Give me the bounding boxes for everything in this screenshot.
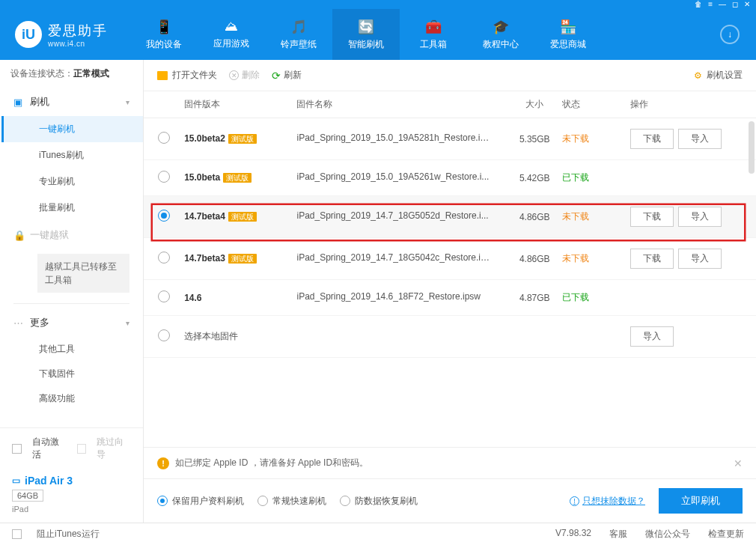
download-button[interactable]: 下载 [630,129,674,149]
col-version: 固件版本 [184,91,296,118]
warning-icon: ! [157,457,169,469]
import-button[interactable]: 导入 [678,249,722,269]
chevron-down-icon: ▾ [126,319,129,327]
maximize-icon[interactable]: ◻ [732,0,738,9]
download-button[interactable]: 下载 [630,249,674,269]
nav-2[interactable]: 🎵铃声壁纸 [265,9,332,60]
sidebar-item-batch[interactable]: 批量刷机 [1,195,143,221]
erase-data-link[interactable]: !只想抹除数据？ [570,495,645,508]
row-radio[interactable] [158,210,170,222]
row-radio[interactable] [158,132,170,144]
minimize-icon[interactable]: — [719,0,726,9]
download-ring-icon[interactable]: ↓ [720,25,740,44]
close-icon[interactable]: ✕ [744,0,750,9]
firmware-name: iPad_Spring_2019_15.0_19A5261w_Restore.i… [296,171,489,182]
device-name: iPad Air 3 [25,475,73,487]
nav-icon: ⛰ [225,19,238,34]
opt-quick[interactable]: 常规快速刷机 [257,495,326,508]
auto-activate-checkbox[interactable] [12,444,22,454]
sidebar-hdr-more[interactable]: ⋯ 更多 ▾ [0,308,143,337]
notice-close-icon[interactable]: ✕ [734,457,743,469]
brand-zh: 爱思助手 [48,22,108,40]
nav-icon: 🔄 [358,19,374,35]
chevron-down-icon: ▾ [126,98,129,106]
nav-1[interactable]: ⛰应用游戏 [198,9,265,60]
vertical-scrollbar[interactable] [749,121,755,174]
firmware-row[interactable]: 15.0beta2测试版iPad_Spring_2019_15.0_19A528… [144,118,756,160]
import-button[interactable]: 导入 [678,129,722,149]
apple-id-notice: ! 如已绑定 Apple ID ，请准备好 Apple ID和密码。 ✕ [144,447,756,478]
firmware-name: iPad_Spring_2019_15.0_19A5281h_Restore.i… [296,133,491,143]
opt-keep-data[interactable]: 保留用户资料刷机 [157,495,244,508]
flash-now-button[interactable]: 立即刷机 [659,488,743,514]
sidebar-hdr-flash[interactable]: ▣ 刷机 ▾ [0,88,143,116]
refresh-icon: ⟳ [272,70,281,82]
flash-settings-button[interactable]: ⚙刷机设置 [694,69,743,82]
open-folder-button[interactable]: 打开文件夹 [157,69,217,82]
menu-icon[interactable]: ≡ [708,0,713,9]
firmware-row[interactable]: 14.6iPad_Spring_2019_14.6_18F72_Restore.… [144,280,756,316]
firmware-row[interactable]: 14.7beta3测试版iPad_Spring_2019_14.7_18G504… [144,238,756,280]
import-button[interactable]: 导入 [630,326,674,347]
delete-button: ✕删除 [229,69,260,82]
col-ops: 操作 [630,91,756,118]
nav-6[interactable]: 🏪爱思商城 [534,9,602,60]
firmware-name: iPad_Spring_2019_14.7_18G5042c_Restore.i… [296,252,491,263]
nav-4[interactable]: 🧰工具箱 [400,9,467,60]
download-button[interactable]: 下载 [630,207,674,227]
sidebar-item-tools[interactable]: 其他工具 [1,337,143,362]
sidebar-item-pro[interactable]: 专业刷机 [1,168,143,195]
row-radio[interactable] [158,252,170,264]
row-radio[interactable] [158,171,170,183]
local-firmware-row[interactable]: 选择本地固件导入 [144,316,756,358]
help-icon: ! [570,496,579,506]
gear-icon: ⚙ [694,70,702,81]
brand-en: www.i4.cn [48,40,108,48]
nav-3[interactable]: 🔄智能刷机 [332,9,400,60]
row-radio[interactable] [158,290,170,302]
nav-icon: 📱 [156,19,172,35]
refresh-button[interactable]: ⟳刷新 [272,69,302,82]
skip-guide-checkbox[interactable] [77,444,87,454]
sidebar-hdr-jailbreak: 🔒 一键越狱 [0,221,143,249]
block-itunes-checkbox[interactable] [12,529,22,539]
sidebar-item-itunes[interactable]: iTunes刷机 [1,142,143,168]
firmware-row[interactable]: 14.7beta4测试版iPad_Spring_2019_14.7_18G505… [144,196,756,238]
trash-icon[interactable]: 🗑 [695,0,702,9]
firmware-row[interactable]: 15.0beta测试版iPad_Spring_2019_15.0_19A5261… [144,160,756,196]
sidebar-item-oneclick[interactable]: 一键刷机 [1,116,143,142]
nav-icon: 🎓 [493,19,509,35]
sidebar-item-download[interactable]: 下载固件 [1,362,143,386]
col-name: 固件名称 [296,91,507,118]
check-update-link[interactable]: 检查更新 [708,528,744,541]
wechat-link[interactable]: 微信公众号 [645,528,690,541]
col-status: 状态 [562,91,630,118]
device-capacity: 64GB [12,490,43,502]
customer-service-link[interactable]: 客服 [609,528,627,541]
jailbreak-note: 越狱工具已转移至工具箱 [37,254,129,293]
col-size: 大小 [507,91,562,118]
flash-icon: ▣ [13,97,24,108]
sidebar-item-advanced[interactable]: 高级功能 [1,386,143,411]
nav-icon: 🏪 [560,19,576,35]
nav-0[interactable]: 📱我的设备 [130,9,198,60]
nav-5[interactable]: 🎓教程中心 [467,9,534,60]
version-label: V7.98.32 [555,528,591,541]
row-radio[interactable] [158,329,170,341]
firmware-name: iPad_Spring_2019_14.7_18G5052d_Restore.i… [296,210,488,221]
logo-icon: iU [15,21,42,48]
folder-icon [157,71,168,80]
more-icon: ⋯ [13,317,24,329]
app-header: iU 爱思助手 www.i4.cn 📱我的设备⛰应用游戏🎵铃声壁纸🔄智能刷机🧰工… [0,9,756,60]
nav-icon: 🧰 [425,19,442,35]
delete-icon: ✕ [229,70,239,80]
import-button[interactable]: 导入 [678,207,722,227]
opt-antirecover[interactable]: 防数据恢复刷机 [340,495,418,508]
device-type: iPad [12,505,131,514]
connection-status: 设备连接状态：正常模式 [0,60,143,88]
firmware-name: iPad_Spring_2019_14.6_18F72_Restore.ipsw [296,291,481,302]
lock-icon: 🔒 [13,230,24,241]
app-logo: iU 爱思助手 www.i4.cn [15,21,108,48]
tablet-icon: ▭ [12,475,20,486]
nav-icon: 🎵 [290,19,307,35]
